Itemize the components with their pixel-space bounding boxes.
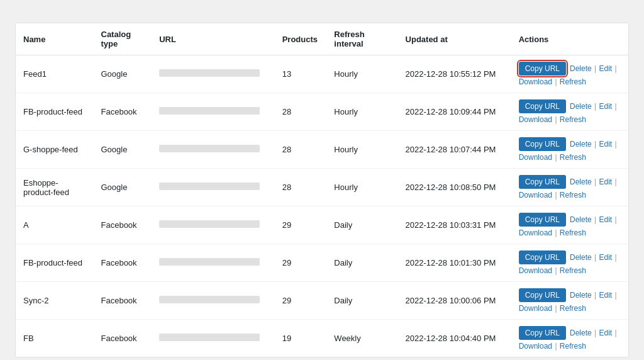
edit-link[interactable]: Edit — [599, 140, 613, 149]
download-link[interactable]: Download — [519, 191, 552, 200]
feeds-table: Name Catalog type URL Products Refresh i… — [16, 23, 628, 357]
feed-catalog-type: Google — [94, 131, 152, 169]
feed-refresh-interval: Daily — [326, 206, 397, 244]
edit-link[interactable]: Edit — [599, 329, 613, 337]
col-header-refresh-interval: Refresh interval — [326, 23, 397, 55]
action-links-top: Delete | Edit | — [570, 291, 618, 300]
separator: | — [613, 329, 616, 337]
download-link[interactable]: Download — [519, 228, 552, 237]
separator: | — [613, 140, 616, 149]
action-links-secondary: Download | Refresh — [519, 342, 621, 351]
separator: | — [592, 329, 599, 337]
table-row: G-shoppe-feedGoogle28Hourly2022-12-28 10… — [16, 131, 628, 169]
feed-actions: Copy URLDelete | Edit |Download | Refres… — [511, 206, 628, 244]
action-links-secondary: Download | Refresh — [519, 304, 621, 313]
copy-url-button[interactable]: Copy URL — [519, 326, 566, 340]
separator: | — [613, 291, 616, 300]
table-row: FBFacebook19Weekly2022-12-28 10:04:40 PM… — [16, 320, 628, 357]
separator: | — [592, 291, 599, 300]
feed-refresh-interval: Daily — [326, 244, 397, 282]
feed-catalog-type: Facebook — [94, 206, 152, 244]
feed-actions: Copy URLDelete | Edit |Download | Refres… — [511, 93, 628, 131]
feed-url — [152, 131, 275, 169]
copy-url-button[interactable]: Copy URL — [519, 250, 566, 264]
action-links-top: Delete | Edit | — [570, 177, 618, 186]
delete-link[interactable]: Delete — [570, 177, 592, 186]
separator: | — [592, 102, 599, 111]
separator: | — [592, 177, 599, 186]
feed-name: Feed1 — [16, 55, 94, 93]
feed-products: 29 — [275, 282, 327, 320]
download-link[interactable]: Download — [519, 153, 552, 162]
delete-link[interactable]: Delete — [570, 102, 592, 111]
download-link[interactable]: Download — [519, 115, 552, 124]
edit-link[interactable]: Edit — [599, 102, 613, 111]
feed-catalog-type: Facebook — [94, 244, 152, 282]
feed-updated-at: 2022-12-28 10:09:44 PM — [398, 93, 511, 131]
refresh-link[interactable]: Refresh — [560, 77, 586, 86]
action-links-secondary: Download | Refresh — [519, 153, 621, 162]
table-header-row: Name Catalog type URL Products Refresh i… — [16, 23, 628, 55]
delete-link[interactable]: Delete — [570, 291, 592, 300]
feed-catalog-type: Facebook — [94, 320, 152, 357]
table-row: FB-product-feedFacebook28Hourly2022-12-2… — [16, 93, 628, 131]
separator: | — [592, 64, 599, 73]
feed-name: FB — [16, 320, 94, 357]
download-link[interactable]: Download — [519, 266, 552, 275]
separator: | — [592, 140, 599, 149]
separator: | — [613, 102, 616, 111]
col-header-name: Name — [16, 23, 94, 55]
refresh-link[interactable]: Refresh — [560, 153, 586, 162]
edit-link[interactable]: Edit — [599, 215, 613, 224]
delete-link[interactable]: Delete — [570, 64, 592, 73]
feed-refresh-interval: Weekly — [326, 320, 397, 357]
delete-link[interactable]: Delete — [570, 329, 592, 337]
edit-link[interactable]: Edit — [599, 64, 613, 73]
download-link[interactable]: Download — [519, 342, 552, 351]
feed-updated-at: 2022-12-28 10:04:40 PM — [398, 320, 511, 357]
refresh-link[interactable]: Refresh — [560, 191, 586, 200]
delete-link[interactable]: Delete — [570, 140, 592, 149]
copy-url-button[interactable]: Copy URL — [519, 175, 566, 189]
edit-link[interactable]: Edit — [599, 291, 613, 300]
col-header-updated-at: Updated at — [398, 23, 511, 55]
feed-products: 13 — [275, 55, 327, 93]
separator: | — [553, 266, 559, 275]
feed-refresh-interval: Hourly — [326, 169, 397, 206]
separator: | — [613, 253, 616, 262]
separator: | — [553, 153, 559, 162]
feed-actions: Copy URLDelete | Edit |Download | Refres… — [511, 320, 628, 357]
copy-url-button[interactable]: Copy URL — [519, 99, 566, 113]
refresh-link[interactable]: Refresh — [560, 266, 586, 275]
edit-link[interactable]: Edit — [599, 253, 613, 262]
feed-name: Eshoppe-product-feed — [16, 169, 94, 206]
action-links-top: Delete | Edit | — [570, 64, 618, 73]
feed-name: A — [16, 206, 94, 244]
feed-url — [152, 169, 275, 206]
feed-updated-at: 2022-12-28 10:07:44 PM — [398, 131, 511, 169]
separator: | — [592, 253, 599, 262]
copy-url-button[interactable]: Copy URL — [519, 288, 566, 302]
copy-url-button[interactable]: Copy URL — [519, 213, 566, 227]
action-links-top: Delete | Edit | — [570, 215, 618, 224]
feed-catalog-type: Google — [94, 169, 152, 206]
feed-refresh-interval: Hourly — [326, 55, 397, 93]
feed-products: 29 — [275, 244, 327, 282]
refresh-link[interactable]: Refresh — [560, 304, 586, 313]
copy-url-button[interactable]: Copy URL — [519, 62, 566, 76]
delete-link[interactable]: Delete — [570, 253, 592, 262]
feed-actions: Copy URLDelete | Edit |Download | Refres… — [511, 282, 628, 320]
action-links-top: Delete | Edit | — [570, 140, 618, 149]
refresh-link[interactable]: Refresh — [560, 342, 586, 351]
feed-products: 28 — [275, 131, 327, 169]
refresh-link[interactable]: Refresh — [560, 228, 586, 237]
download-link[interactable]: Download — [519, 77, 552, 86]
feed-refresh-interval: Hourly — [326, 93, 397, 131]
separator: | — [553, 77, 559, 86]
table-row: Sync-2Facebook29Daily2022-12-28 10:00:06… — [16, 282, 628, 320]
copy-url-button[interactable]: Copy URL — [519, 137, 566, 151]
edit-link[interactable]: Edit — [599, 177, 613, 186]
delete-link[interactable]: Delete — [570, 215, 592, 224]
download-link[interactable]: Download — [519, 304, 552, 313]
refresh-link[interactable]: Refresh — [560, 115, 586, 124]
